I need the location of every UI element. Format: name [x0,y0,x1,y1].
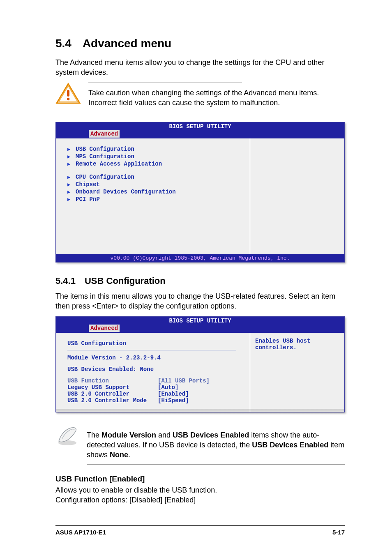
svg-rect-2 [67,90,69,97]
submenu-arrow-icon: ▶ [67,196,71,203]
bios-item[interactable]: CPU Configuration [76,174,134,180]
section-heading: 5.4 Advanced menu [55,37,345,50]
bios-help-panel [250,138,344,254]
bios-item[interactable]: Remote Access Application [76,161,162,167]
subsection-intro: The items in this menu allows you to cha… [55,291,345,311]
bios-item[interactable]: Chipset [76,181,100,188]
submenu-arrow-icon: ▶ [67,153,71,161]
caution-callout: Take caution when changing the settings … [55,83,345,113]
setting-description: Allows you to enable or disable the USB … [55,485,345,495]
bios-tab-advanced: Advanced [89,130,120,138]
note-text: The Module Version and USB Devices Enabl… [87,431,344,459]
page-footer: ASUS AP1710-E1 5-17 [55,525,345,536]
bios-item[interactable]: Onboard Devices Configuration [76,189,176,195]
bios-copyright: v00.00 (C)Copyright 1985-2003, American … [56,254,344,262]
bios-setting-label: USB 2.0 Controller Mode [67,397,158,404]
bios-setting-label: USB Function [67,378,158,384]
bios-item[interactable]: MPS Configuration [76,153,134,160]
note-callout: The Module Version and USB Devices Enabl… [55,425,345,465]
bios-setting-value[interactable]: [HiSpeed] [158,397,189,404]
footer-product: ASUS AP1710-E1 [55,529,106,536]
submenu-arrow-icon: ▶ [67,146,71,153]
bios-usb-configuration: BIOS SETUP UTILITY Advanced USB Configur… [55,316,345,412]
footer-page-number: 5-17 [332,529,345,536]
submenu-arrow-icon: ▶ [67,189,71,196]
note-icon [55,425,79,446]
warning-icon [55,83,81,105]
bios-setting-value[interactable]: [All USB Ports] [158,378,210,384]
bios-setting-value[interactable]: [Enabled] [158,391,189,397]
svg-point-3 [67,97,69,100]
bios-title: BIOS SETUP UTILITY [56,317,344,324]
submenu-arrow-icon: ▶ [67,161,71,168]
bios-setting-label: Legacy USB Support [67,384,158,391]
bios-setting-label: USB 2.0 Controller [67,391,158,397]
bios-panel-title: USB Configuration [67,340,242,347]
bios-setting-value[interactable]: [Auto] [158,384,178,391]
bios-tab-advanced: Advanced [89,325,120,332]
bios-advanced-menu: BIOS SETUP UTILITY Advanced ▶USB Configu… [55,122,345,263]
bios-title: BIOS SETUP UTILITY [56,122,344,130]
setting-options: Configuration options: [Disabled] [Enabl… [55,495,345,505]
bios-module-version: Module Version - 2.23.2-9.4 [67,355,242,361]
setting-heading: USB Function [Enabled] [55,474,345,484]
bios-item[interactable]: USB Configuration [76,146,134,152]
submenu-arrow-icon: ▶ [67,174,71,181]
subsection-heading: 5.4.1 USB Configuration [55,276,345,286]
bios-help-panel: Enables USB host controllers. [250,333,344,412]
bios-devices-enabled: USB Devices Enabled: None [67,366,242,373]
submenu-arrow-icon: ▶ [67,181,71,189]
section-intro: The Advanced menu items allow you to cha… [55,58,345,78]
bios-item[interactable]: PCI PnP [76,196,100,203]
caution-text: Take caution when changing the settings … [88,89,319,107]
